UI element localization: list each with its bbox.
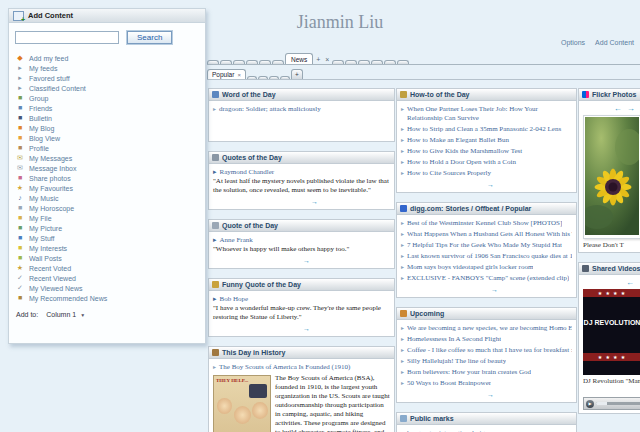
tab[interactable]: [259, 60, 271, 64]
next-page-icon[interactable]: →: [311, 198, 318, 206]
word-of-day-item[interactable]: ▸ dragoon: Soldier; attack maliciously: [213, 105, 390, 114]
sidebar-item[interactable]: ■ My Blog: [16, 123, 205, 133]
upcoming-item-link[interactable]: ▸ We are becoming a new species, we are …: [401, 324, 572, 333]
sidebar-item[interactable]: ▸ Classified Content: [16, 83, 205, 93]
sidebar-item[interactable]: ■ Share photos: [16, 173, 205, 183]
sidebar-item[interactable]: ◆ Add my feed: [16, 53, 205, 63]
prev-photo-icon[interactable]: ←: [614, 104, 622, 113]
sidebar-item[interactable]: ■ My Interests: [16, 243, 205, 253]
widget-header[interactable]: Funny Quote of the Day: [209, 279, 394, 291]
widget-header[interactable]: Flickr Photos: [579, 89, 640, 101]
tab[interactable]: [345, 60, 357, 64]
tab[interactable]: [397, 60, 409, 64]
history-poster-image[interactable]: THEY HELP...: [213, 375, 271, 432]
widget-header[interactable]: Public marks: [397, 413, 576, 425]
sidebar-item[interactable]: ▸ My feeds: [16, 63, 205, 73]
video-thumbnail[interactable]: ★ ★ ★ ★ DJ REVOLUTION ★ ★ ★ ★: [583, 289, 640, 375]
subtab[interactable]: [247, 76, 257, 79]
subtab-popular-active[interactable]: Popular×: [207, 69, 246, 79]
digg-item-link[interactable]: ▸ EXCLUSIVE - FANBOYS "Camp" scene (exte…: [401, 274, 572, 283]
widget-header[interactable]: Quote of the Day: [209, 220, 394, 232]
next-photo-icon[interactable]: →: [627, 104, 635, 113]
tab[interactable]: [332, 60, 344, 64]
sidebar-item[interactable]: ★ Recent Voted: [16, 263, 205, 273]
widget-header[interactable]: digg.com: Stories / Offbeat / Popular: [397, 203, 576, 215]
next-page-icon[interactable]: →: [303, 257, 310, 265]
sidebar-item[interactable]: ■ My Picture: [16, 223, 205, 233]
sidebar-item[interactable]: ✉ Message Inbox: [16, 163, 205, 173]
tab[interactable]: [272, 60, 284, 64]
next-page-icon[interactable]: →: [303, 325, 310, 333]
howto-item-link[interactable]: ▸ When One Partner Loses Their Job: How …: [401, 105, 572, 123]
digg-item-link[interactable]: ▸ 7 Helpful Tips For the Geek Who Made M…: [401, 241, 572, 250]
digg-item-link[interactable]: ▸ What Happens When a Husband Gets All H…: [401, 230, 572, 239]
sidebar-item[interactable]: ★ My Favourites: [16, 183, 205, 193]
sidebar-item[interactable]: ♪ My Music: [16, 193, 205, 203]
sidebar-item[interactable]: ▸ Favored stuff: [16, 73, 205, 83]
add-subtab-icon[interactable]: +: [291, 69, 303, 79]
search-button[interactable]: Search: [127, 31, 172, 44]
add-content-link[interactable]: Add Content: [595, 39, 634, 46]
sidebar-item[interactable]: ✓ My Viewed News: [16, 283, 205, 293]
tab[interactable]: [233, 60, 245, 64]
flickr-photo[interactable]: [583, 115, 640, 239]
play-button[interactable]: ▶: [586, 400, 594, 408]
subtab[interactable]: [258, 76, 268, 79]
sidebar-item[interactable]: ✓ Recent Viewed: [16, 273, 205, 283]
add-content-panel-header[interactable]: Add Content: [9, 9, 205, 23]
next-page-icon[interactable]: →: [487, 391, 494, 399]
widget-header[interactable]: Word of the Day: [209, 89, 394, 101]
next-page-icon[interactable]: →: [487, 181, 494, 189]
column-select[interactable]: Column 1 ▼: [43, 310, 88, 319]
sidebar-item[interactable]: ✉ My Messages: [16, 153, 205, 163]
howto-item-link[interactable]: ▸ How to Strip and Clean a 35mm Panasoni…: [401, 125, 572, 134]
sidebar-item[interactable]: ■ Bulletin: [16, 113, 205, 123]
subtab[interactable]: [280, 76, 290, 79]
digg-item-link[interactable]: ▸ Mom says boys videotaped girls locker …: [401, 263, 572, 272]
sidebar-item[interactable]: ■ Blog View: [16, 133, 205, 143]
tab[interactable]: [220, 60, 232, 64]
upcoming-item-link[interactable]: ▸ Coffee - I like coffee so much that I …: [401, 346, 572, 355]
tab-news-active[interactable]: News: [285, 53, 313, 64]
tab[interactable]: [371, 60, 383, 64]
quote-author[interactable]: ▸ Bob Hope: [213, 295, 390, 303]
sidebar-item[interactable]: ■ My File: [16, 213, 205, 223]
sidebar-item[interactable]: ■ My Stuff: [16, 233, 205, 243]
prev-video-icon[interactable]: ←: [626, 278, 634, 287]
digg-item-link[interactable]: ▸ Last known survivor of 1906 San Franci…: [401, 252, 572, 261]
video-progress[interactable]: [596, 402, 640, 405]
quote-author[interactable]: ▸ Raymond Chandler: [213, 168, 390, 176]
howto-item-link[interactable]: ▸ How to Cite Sources Properly: [401, 169, 572, 178]
close-subtab-icon[interactable]: ×: [237, 72, 241, 78]
tab[interactable]: [246, 60, 258, 64]
upcoming-item-link[interactable]: ▸ Homelessness In A Second Flight: [401, 335, 572, 344]
widget-header[interactable]: Quotes of the Day: [209, 152, 394, 164]
search-input[interactable]: [15, 31, 119, 44]
options-link[interactable]: Options: [561, 39, 585, 46]
upcoming-item-link[interactable]: ▸ Silly Hallelujah! The line of beauty: [401, 357, 572, 366]
sidebar-item[interactable]: ■ My Recommended News: [16, 293, 205, 303]
digg-item-link[interactable]: ▸ Best of the Westminster Kennel Club Sh…: [401, 219, 572, 228]
history-headline-link[interactable]: ▸ The Boy Scouts of America Is Founded (…: [213, 363, 390, 372]
upcoming-item-link[interactable]: ▸ 50 Ways to Boost Brainpower: [401, 379, 572, 388]
widget-header[interactable]: Upcoming: [397, 308, 576, 320]
sidebar-item[interactable]: ■ Wall Posts: [16, 253, 205, 263]
howto-item-link[interactable]: ▸ How to Make an Elegant Ballet Bun: [401, 136, 572, 145]
tab[interactable]: [358, 60, 370, 64]
sidebar-item[interactable]: ■ Group: [16, 93, 205, 103]
widget-header[interactable]: This Day in History: [209, 347, 394, 359]
close-tab-icon[interactable]: ×: [323, 56, 331, 64]
howto-item-link[interactable]: ▸ How to Give Kids the Marshmallow Test: [401, 147, 572, 156]
add-tab-icon[interactable]: +: [314, 56, 322, 64]
subtab[interactable]: [269, 76, 279, 79]
tab[interactable]: [384, 60, 396, 64]
howto-item-link[interactable]: ▸ How to Hold a Door Open with a Coin: [401, 158, 572, 167]
quote-author[interactable]: ▸ Anne Frank: [213, 236, 390, 244]
sidebar-item[interactable]: ■ Friends: [16, 103, 205, 113]
tab[interactable]: [207, 60, 219, 64]
widget-header[interactable]: How-to of the Day: [397, 89, 576, 101]
widget-header[interactable]: Shared Videos: [579, 263, 640, 275]
sidebar-item[interactable]: ■ My Horoscope: [16, 203, 205, 213]
upcoming-item-link[interactable]: ▸ Born believers: How your brain creates…: [401, 368, 572, 377]
next-page-icon[interactable]: →: [491, 286, 498, 294]
